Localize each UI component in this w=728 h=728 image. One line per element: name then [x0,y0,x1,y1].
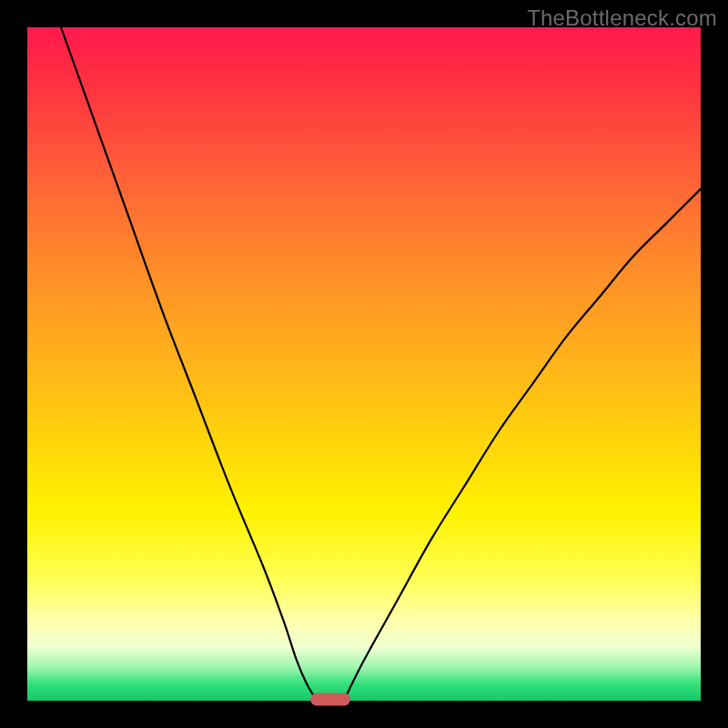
right-curve [344,189,701,701]
left-curve [61,27,317,701]
chart-frame: TheBottleneck.com [0,0,728,728]
bottleneck-marker [310,693,350,706]
plot-area [27,27,701,701]
curve-layer [27,27,701,701]
